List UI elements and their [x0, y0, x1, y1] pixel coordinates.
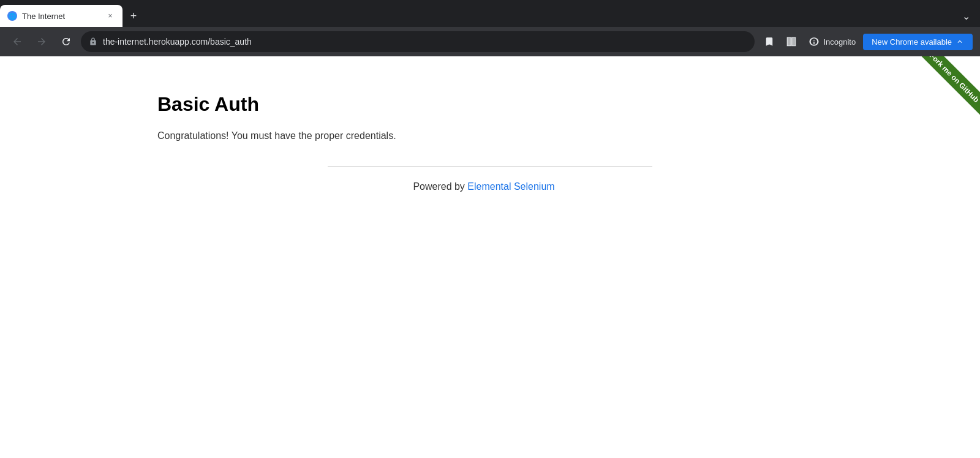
forward-icon: [36, 36, 47, 47]
split-tab-icon: [786, 36, 797, 47]
incognito-button[interactable]: Incognito: [804, 34, 861, 50]
split-tab-button[interactable]: [782, 32, 801, 51]
tab-title: The Internet: [22, 12, 100, 21]
powered-by-prefix: Powered by: [413, 181, 467, 192]
address-bar[interactable]: the-internet.herokuapp.com/basic_auth: [81, 31, 755, 52]
page-subtext: Congratulations! You must have the prope…: [157, 130, 980, 141]
tab-bar: 🌐 The Internet × + ⌄: [0, 0, 980, 27]
incognito-label: Incognito: [823, 37, 856, 47]
lock-icon: [89, 37, 97, 46]
url-text: the-internet.herokuapp.com/basic_auth: [103, 37, 747, 47]
tab-close-button[interactable]: ×: [105, 11, 115, 21]
powered-by: Powered by Elemental Selenium: [0, 181, 968, 192]
incognito-icon: [809, 36, 820, 47]
new-tab-button[interactable]: +: [125, 7, 142, 24]
toolbar-actions: Incognito New Chrome available: [760, 32, 973, 51]
window-controls: ⌄: [957, 8, 980, 27]
active-tab[interactable]: 🌐 The Internet ×: [0, 5, 123, 27]
reload-button[interactable]: [56, 32, 76, 51]
divider: [328, 166, 652, 167]
elemental-selenium-link[interactable]: Elemental Selenium: [467, 181, 554, 192]
back-button[interactable]: [7, 32, 27, 51]
browser-chrome: 🌐 The Internet × + ⌄: [0, 0, 980, 56]
forward-button[interactable]: [32, 32, 51, 51]
page-content: Basic Auth Congratulations! You must hav…: [0, 56, 980, 458]
new-chrome-label: New Chrome available: [872, 37, 952, 47]
tab-favicon: 🌐: [7, 11, 17, 21]
bookmark-button[interactable]: [760, 32, 779, 51]
window-dropdown-button[interactable]: ⌄: [957, 8, 975, 24]
main-content: Basic Auth Congratulations! You must hav…: [0, 56, 980, 141]
toolbar: the-internet.herokuapp.com/basic_auth: [0, 27, 980, 56]
back-icon: [12, 36, 23, 47]
site-info-icon[interactable]: [88, 37, 98, 47]
new-chrome-menu-icon: [956, 37, 964, 46]
new-chrome-button[interactable]: New Chrome available: [863, 34, 973, 50]
page-title: Basic Auth: [157, 93, 980, 116]
reload-icon: [61, 36, 72, 47]
bookmark-icon: [764, 36, 775, 47]
